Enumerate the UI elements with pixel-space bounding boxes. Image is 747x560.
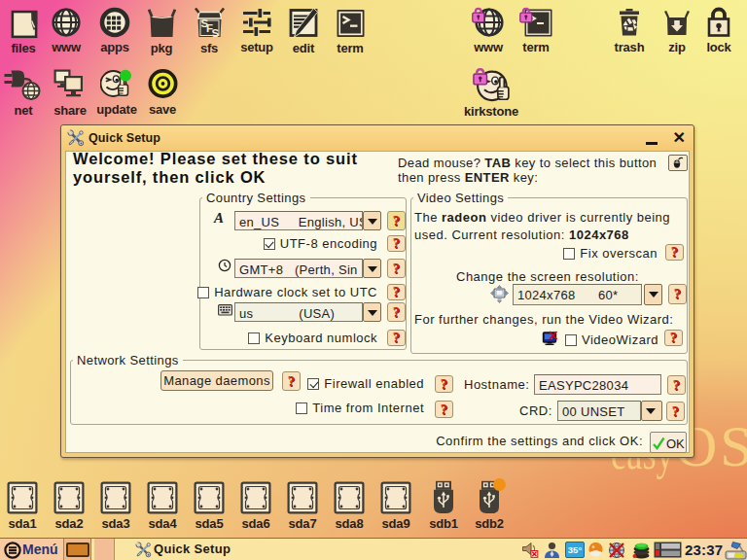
svg-text:S: S: [211, 27, 219, 39]
svg-text:A: A: [213, 212, 224, 225]
